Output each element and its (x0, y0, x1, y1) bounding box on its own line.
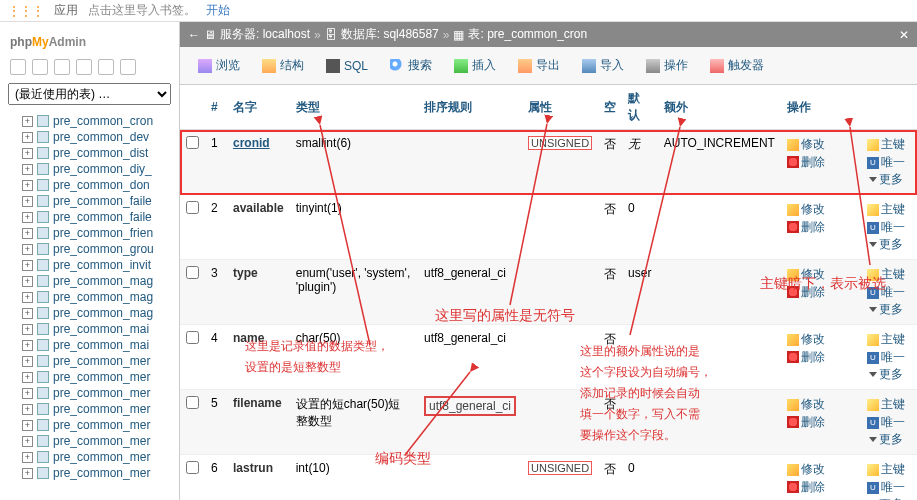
apps-label[interactable]: 应用 (54, 2, 78, 19)
settings-icon[interactable] (98, 59, 114, 75)
hdr-ops[interactable]: 操作 (781, 85, 861, 130)
tree-item[interactable]: +pre_common_mer (0, 449, 179, 465)
tree-item[interactable]: +pre_common_mer (0, 433, 179, 449)
more-action[interactable]: 更多 (867, 431, 903, 448)
expand-icon[interactable]: + (22, 404, 33, 415)
drop-action[interactable]: 删除 (787, 284, 825, 301)
tree-item[interactable]: +pre_common_mai (0, 337, 179, 353)
primary-action[interactable]: 主键 (867, 201, 905, 218)
tree-item[interactable]: +pre_common_mer (0, 369, 179, 385)
edit-action[interactable]: 修改 (787, 461, 825, 478)
expand-icon[interactable]: + (22, 180, 33, 191)
edit-action[interactable]: 修改 (787, 396, 825, 413)
unique-action[interactable]: U唯一 (867, 154, 905, 171)
unique-action[interactable]: U唯一 (867, 414, 905, 431)
row-checkbox[interactable] (186, 266, 199, 279)
hdr-type[interactable]: 类型 (290, 85, 418, 130)
tree-item[interactable]: +pre_common_dev (0, 129, 179, 145)
tree-item[interactable]: +pre_common_frien (0, 225, 179, 241)
row-checkbox[interactable] (186, 201, 199, 214)
hdr-default[interactable]: 默认 (622, 85, 658, 130)
more-action[interactable]: 更多 (867, 366, 903, 383)
expand-icon[interactable]: + (22, 276, 33, 287)
expand-icon[interactable]: + (22, 420, 33, 431)
primary-action[interactable]: 主键 (867, 461, 905, 478)
expand-icon[interactable]: + (22, 356, 33, 367)
unique-action[interactable]: U唯一 (867, 479, 905, 496)
row-checkbox[interactable] (186, 461, 199, 474)
expand-icon[interactable]: + (22, 164, 33, 175)
expand-icon[interactable]: + (22, 260, 33, 271)
start-link[interactable]: 开始 (206, 2, 230, 19)
home-icon[interactable] (10, 59, 26, 75)
drop-action[interactable]: 删除 (787, 219, 825, 236)
edit-action[interactable]: 修改 (787, 136, 825, 153)
unique-action[interactable]: U唯一 (867, 219, 905, 236)
expand-icon[interactable]: + (22, 212, 33, 223)
unique-action[interactable]: U唯一 (867, 284, 905, 301)
tab-insert[interactable]: 插入 (444, 53, 506, 78)
unique-action[interactable]: U唯一 (867, 349, 905, 366)
more-action[interactable]: 更多 (867, 171, 903, 188)
hdr-name[interactable]: 名字 (227, 85, 290, 130)
tab-ops[interactable]: 操作 (636, 53, 698, 78)
tab-import[interactable]: 导入 (572, 53, 634, 78)
tree-item[interactable]: +pre_common_cron (0, 113, 179, 129)
primary-action[interactable]: 主键 (867, 136, 905, 153)
tree-item[interactable]: +pre_common_mer (0, 401, 179, 417)
tab-export[interactable]: 导出 (508, 53, 570, 78)
bc-server[interactable]: 服务器: localhost (220, 26, 310, 43)
bc-table[interactable]: 表: pre_common_cron (468, 26, 587, 43)
drop-action[interactable]: 删除 (787, 479, 825, 496)
hdr-attr[interactable]: 属性 (522, 85, 598, 130)
tree-item[interactable]: +pre_common_don (0, 177, 179, 193)
bc-db[interactable]: 数据库: sql486587 (341, 26, 439, 43)
row-checkbox[interactable] (186, 396, 199, 409)
drop-action[interactable]: 删除 (787, 414, 825, 431)
tree-item[interactable]: +pre_common_mag (0, 305, 179, 321)
tree-item[interactable]: +pre_common_mag (0, 289, 179, 305)
tree-item[interactable]: +pre_common_mer (0, 417, 179, 433)
tab-browse[interactable]: 浏览 (188, 53, 250, 78)
primary-action[interactable]: 主键 (867, 396, 905, 413)
expand-icon[interactable]: + (22, 388, 33, 399)
tree-item[interactable]: +pre_common_mag (0, 273, 179, 289)
tab-triggers[interactable]: 触发器 (700, 53, 774, 78)
edit-action[interactable]: 修改 (787, 201, 825, 218)
tree-item[interactable]: +pre_common_diy_ (0, 161, 179, 177)
expand-icon[interactable]: + (22, 372, 33, 383)
more-action[interactable]: 更多 (867, 301, 903, 318)
expand-icon[interactable]: + (22, 228, 33, 239)
tab-sql[interactable]: SQL (316, 53, 378, 78)
docs-icon[interactable] (76, 59, 92, 75)
expand-icon[interactable]: + (22, 132, 33, 143)
tree-item[interactable]: +pre_common_mer (0, 465, 179, 481)
logout-icon[interactable] (32, 59, 48, 75)
primary-action[interactable]: 主键 (867, 331, 905, 348)
expand-icon[interactable]: + (22, 196, 33, 207)
more-action[interactable]: 更多 (867, 496, 903, 500)
drop-action[interactable]: 删除 (787, 349, 825, 366)
tree-item[interactable]: +pre_common_mer (0, 353, 179, 369)
primary-action[interactable]: 主键 (867, 266, 905, 283)
hdr-extra[interactable]: 额外 (658, 85, 781, 130)
tree-item[interactable]: +pre_common_mer (0, 385, 179, 401)
expand-icon[interactable]: + (22, 436, 33, 447)
tree-item[interactable]: +pre_common_faile (0, 193, 179, 209)
close-icon[interactable]: ✕ (899, 28, 909, 42)
expand-icon[interactable]: + (22, 452, 33, 463)
tab-search[interactable]: 搜索 (380, 53, 442, 78)
tab-structure[interactable]: 结构 (252, 53, 314, 78)
hdr-null[interactable]: 空 (598, 85, 622, 130)
col-name-link[interactable]: cronid (233, 136, 270, 150)
tree-item[interactable]: +pre_common_grou (0, 241, 179, 257)
sql-icon[interactable] (54, 59, 70, 75)
expand-icon[interactable]: + (22, 308, 33, 319)
expand-icon[interactable]: + (22, 148, 33, 159)
expand-icon[interactable]: + (22, 468, 33, 479)
arrow-icon[interactable]: ← (188, 28, 200, 42)
hdr-collation[interactable]: 排序规则 (418, 85, 522, 130)
row-checkbox[interactable] (186, 331, 199, 344)
more-action[interactable]: 更多 (867, 236, 903, 253)
drop-action[interactable]: 删除 (787, 154, 825, 171)
